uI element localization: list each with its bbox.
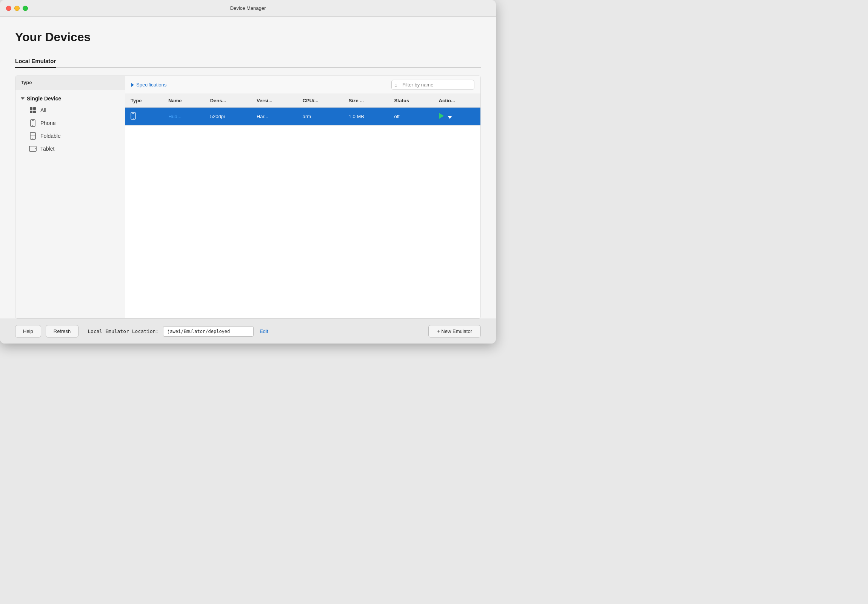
col-version: Versi...	[251, 94, 298, 107]
left-panel: Type Single Device	[15, 76, 125, 318]
foldable-icon	[29, 132, 37, 140]
device-name-link[interactable]: Hua...	[168, 113, 181, 119]
content-area: Type Single Device	[15, 76, 481, 318]
svg-rect-1	[33, 107, 36, 110]
close-button[interactable]	[6, 6, 11, 11]
devices-table-element: Type Name Dens... Versi... CPU/... Size …	[125, 94, 480, 126]
edit-button[interactable]: Edit	[258, 328, 270, 334]
type-column-header: Type	[16, 76, 125, 90]
traffic-lights	[6, 6, 28, 11]
title-bar: Device Manager	[0, 0, 496, 17]
col-status: Status	[389, 94, 433, 107]
new-emulator-button[interactable]: + New Emulator	[428, 325, 481, 337]
page-title: Your Devices	[15, 30, 481, 44]
specifications-toggle[interactable]: Specifications	[131, 82, 166, 88]
footer: Help Refresh Local Emulator Location: Ed…	[0, 318, 496, 343]
tabs-row: Local Emulator	[15, 55, 481, 68]
actions-dropdown-icon[interactable]	[448, 116, 452, 119]
col-density: Dens...	[205, 94, 251, 107]
svg-point-5	[33, 125, 33, 126]
window-title: Device Manager	[230, 5, 266, 11]
filter-input[interactable]	[391, 80, 474, 90]
refresh-button[interactable]: Refresh	[46, 325, 79, 337]
row-actions	[434, 107, 480, 126]
single-device-group: Single Device	[16, 93, 125, 157]
row-status: off	[389, 107, 433, 126]
svg-point-9	[33, 138, 33, 139]
phone-icon	[29, 119, 37, 127]
maximize-button[interactable]	[23, 6, 28, 11]
spec-triangle-icon	[131, 83, 134, 87]
help-button[interactable]: Help	[15, 325, 41, 337]
right-panel: Specifications ⌕ Type Name Dens... Versi…	[125, 76, 481, 318]
specifications-label: Specifications	[136, 82, 166, 88]
row-version: Har...	[251, 107, 298, 126]
table-header-row: Type Name Dens... Versi... CPU/... Size …	[125, 94, 480, 107]
col-size: Size ...	[343, 94, 389, 107]
device-type-list: Single Device	[16, 90, 125, 160]
filter-input-wrap: ⌕	[391, 80, 474, 90]
col-type: Type	[125, 94, 163, 107]
main-content: Your Devices Local Emulator Type Single …	[0, 17, 496, 318]
table-row[interactable]: Hua... 520dpi Har... arm 1.0 MB off	[125, 107, 480, 126]
tablet-icon	[29, 145, 37, 152]
search-icon: ⌕	[394, 82, 397, 88]
tablet-label: Tablet	[40, 146, 54, 152]
sidebar-item-phone[interactable]: Phone	[21, 116, 119, 129]
tab-local-emulator[interactable]: Local Emulator	[15, 55, 56, 68]
play-button[interactable]	[439, 113, 444, 119]
row-cpu: arm	[298, 107, 343, 126]
row-density: 520dpi	[205, 107, 251, 126]
svg-point-13	[133, 118, 133, 119]
play-icon	[439, 113, 444, 119]
right-panel-header: Specifications ⌕	[125, 76, 480, 94]
device-type-items: All Phone	[21, 102, 119, 155]
all-label: All	[40, 107, 46, 113]
sidebar-item-foldable[interactable]: Foldable	[21, 129, 119, 142]
svg-rect-2	[30, 110, 33, 113]
col-name: Name	[163, 94, 205, 107]
location-path-input[interactable]	[163, 326, 254, 337]
row-size: 1.0 MB	[343, 107, 389, 126]
svg-rect-0	[30, 107, 33, 110]
svg-rect-3	[33, 110, 36, 113]
col-cpu: CPU/...	[298, 94, 343, 107]
svg-point-11	[35, 148, 36, 149]
sidebar-item-all[interactable]: All	[21, 104, 119, 116]
row-type-icon	[125, 107, 163, 126]
minimize-button[interactable]	[14, 6, 20, 11]
location-label: Local Emulator Location:	[88, 328, 158, 334]
devices-table: Type Name Dens... Versi... CPU/... Size …	[125, 94, 480, 318]
foldable-label: Foldable	[40, 133, 61, 139]
single-device-group-header[interactable]: Single Device	[21, 95, 119, 102]
col-actions: Actio...	[434, 94, 480, 107]
phone-label: Phone	[40, 120, 56, 126]
chevron-down-icon	[21, 98, 25, 100]
sidebar-item-tablet[interactable]: Tablet	[21, 142, 119, 155]
single-device-label: Single Device	[27, 96, 61, 101]
row-name: Hua...	[163, 107, 205, 126]
all-icon	[29, 106, 37, 114]
